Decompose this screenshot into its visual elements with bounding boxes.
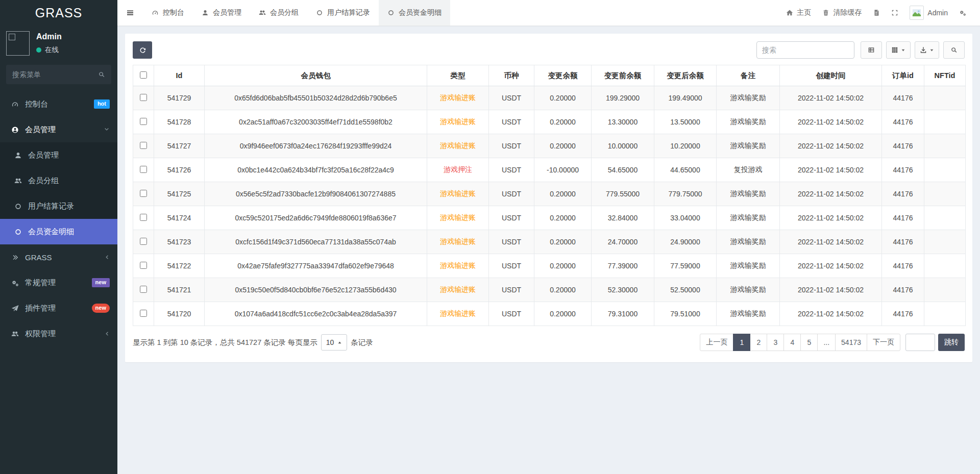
cell-before: 13.30000	[592, 110, 654, 134]
table-body: 5417290x65fd6d06bab5fb45501b50324d28d2d6…	[133, 86, 966, 326]
prev-page-button[interactable]: 上一页	[700, 334, 733, 351]
search-toggle-button[interactable]	[943, 41, 965, 59]
page-button-4[interactable]: 4	[783, 334, 801, 351]
sidebar-item-console[interactable]: 控制台hot	[0, 91, 117, 117]
next-page-button[interactable]: 下一页	[867, 334, 900, 351]
users-icon	[13, 177, 22, 185]
pagination-summary: 显示第 1 到第 10 条记录，总共 541727 条记录 每页显示 10 条记…	[133, 334, 373, 351]
table-panel: Id会员钱包类型币种变更余额变更前余额变更后余额备注创建时间订单idNFTid …	[125, 34, 972, 362]
home-link[interactable]: 主页	[780, 0, 817, 26]
page-button-3[interactable]: 3	[767, 334, 784, 351]
docs-icon	[873, 9, 880, 16]
cell-nft-id	[924, 134, 966, 158]
page-size-dropdown[interactable]: 10	[321, 334, 348, 351]
refresh-button[interactable]	[133, 41, 152, 59]
cell-created: 2022-11-02 14:50:02	[780, 86, 882, 110]
circle-icon	[316, 9, 323, 16]
select-all-header	[133, 65, 154, 86]
cell-type: 游戏输进账	[427, 302, 489, 326]
sidebar-item-label: 会员管理	[25, 125, 98, 135]
page-jump-input[interactable]	[905, 334, 935, 351]
table-row: 5417280x2ac51aff0a67c32003035ff4ef71dd1e…	[133, 110, 966, 134]
column-header: Id	[154, 65, 205, 86]
columns-button[interactable]	[886, 41, 911, 59]
page-jump-button[interactable]: 跳转	[938, 334, 965, 351]
row-checkbox[interactable]	[140, 214, 147, 221]
row-select-cell	[133, 278, 154, 302]
row-checkbox[interactable]	[140, 262, 147, 269]
row-checkbox[interactable]	[140, 166, 147, 173]
tab-label: 会员分组	[270, 8, 299, 17]
sidebar-item-member-group[interactable]: 会员分组	[0, 168, 117, 193]
sidebar-item-member-management[interactable]: 会员管理	[0, 117, 117, 142]
sidebar-item-user-settlement-records[interactable]: 用户结算记录	[0, 193, 117, 219]
row-checkbox[interactable]	[140, 118, 147, 125]
menu-search-input[interactable]	[6, 65, 111, 84]
sidebar-item-label: 会员资金明细	[28, 227, 110, 237]
badge-new: new	[92, 304, 110, 312]
clear-cache-button[interactable]: 清除缓存	[817, 0, 867, 26]
online-dot	[36, 47, 41, 53]
user-menu[interactable]: Admin	[904, 0, 953, 26]
sidebar-item-member-fund-details[interactable]: 会员资金明细	[0, 219, 117, 244]
sidebar-item-label: 权限管理	[25, 329, 98, 339]
export-button[interactable]	[915, 41, 939, 59]
th-list-icon	[868, 46, 875, 54]
data-table: Id会员钱包类型币种变更余额变更前余额变更后余额备注创建时间订单idNFTid …	[133, 65, 966, 326]
sidebar-toggle[interactable]	[117, 0, 143, 26]
tab-member-group[interactable]: 会员分组	[250, 0, 307, 26]
tab-member-management[interactable]: 会员管理	[193, 0, 250, 26]
page-button-1[interactable]: 1	[733, 334, 750, 351]
sidebar-item-label: 会员管理	[28, 151, 110, 160]
cell-before: 79.31000	[592, 302, 654, 326]
sidebar-item-label: GRASS	[25, 253, 98, 262]
row-checkbox[interactable]	[140, 238, 147, 245]
settings-button[interactable]	[953, 0, 972, 26]
tab-user-settlement-records[interactable]: 用户结算记录	[307, 0, 379, 26]
user-icon	[202, 9, 209, 16]
cell-currency: USDT	[489, 158, 534, 182]
sidebar-item-label: 会员分组	[28, 176, 110, 186]
column-header: 变更前余额	[592, 65, 654, 86]
tab-console[interactable]: 控制台	[143, 0, 193, 26]
docs-button[interactable]	[867, 0, 886, 26]
row-checkbox[interactable]	[140, 310, 147, 317]
row-checkbox[interactable]	[140, 142, 147, 149]
cell-change: 0.20000	[534, 206, 592, 230]
cell-created: 2022-11-02 14:50:02	[780, 158, 882, 182]
column-header: 创建时间	[780, 65, 882, 86]
row-select-cell	[133, 110, 154, 134]
select-all-checkbox[interactable]	[140, 71, 147, 79]
nav-tabs: 控制台会员管理会员分组用户结算记录会员资金明细	[143, 0, 450, 26]
sidebar-item-plugin-management[interactable]: 插件管理new	[0, 295, 117, 321]
detail-view-button[interactable]	[861, 41, 882, 59]
cell-change: 0.20000	[534, 86, 592, 110]
tab-member-fund-details[interactable]: 会员资金明细	[379, 0, 450, 26]
main: 控制台会员管理会员分组用户结算记录会员资金明细 主页 清除缓存	[117, 0, 980, 474]
cell-type: 游戏输进账	[427, 110, 489, 134]
row-checkbox[interactable]	[140, 94, 147, 101]
cell-order-id: 44176	[882, 302, 924, 326]
page-button-54173[interactable]: 54173	[835, 334, 867, 351]
user-status: 在线	[36, 45, 62, 55]
sidebar-item-member-list[interactable]: 会员管理	[0, 142, 117, 168]
tab-label: 控制台	[163, 8, 184, 17]
page-button-2[interactable]: 2	[750, 334, 767, 351]
cell-wallet: 0x1074a6ad418cdfc51cc6e2c0c3ab4ea28da5a3…	[205, 302, 427, 326]
sidebar-item-grass[interactable]: GRASS	[0, 244, 117, 270]
cell-change: -10.00000	[534, 158, 592, 182]
table-search-input[interactable]	[756, 41, 854, 59]
sidebar-item-permission-management[interactable]: 权限管理	[0, 321, 117, 346]
cell-type: 游戏输进账	[427, 206, 489, 230]
cell-remark: 复投游戏	[717, 158, 780, 182]
row-checkbox[interactable]	[140, 190, 147, 197]
page-button-5[interactable]: 5	[800, 334, 818, 351]
user-status-label: 在线	[45, 45, 59, 55]
cell-change: 0.20000	[534, 230, 592, 254]
cell-created: 2022-11-02 14:50:02	[780, 230, 882, 254]
row-select-cell	[133, 86, 154, 110]
row-checkbox[interactable]	[140, 286, 147, 293]
sidebar-item-general-management[interactable]: 常规管理new	[0, 270, 117, 295]
fullscreen-button[interactable]	[886, 0, 904, 26]
table-row: 5417270x9f946eef0673f0a24ec176284f19293f…	[133, 134, 966, 158]
